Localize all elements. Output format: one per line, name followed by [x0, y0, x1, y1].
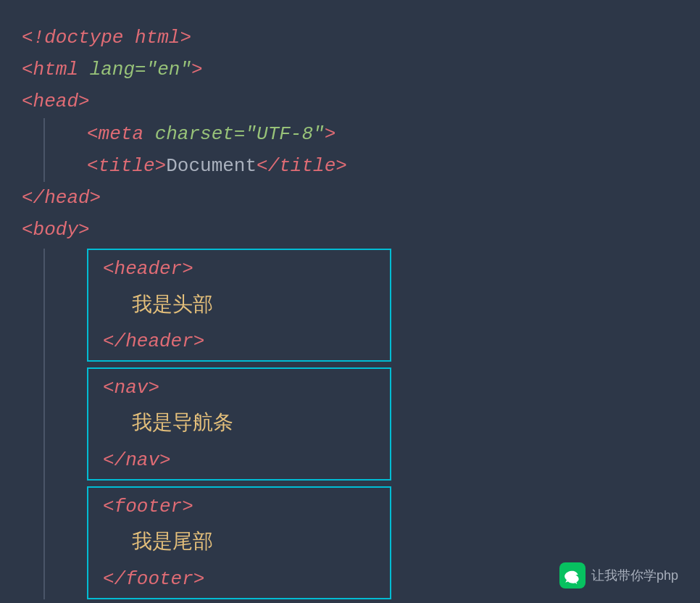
body-open-line: <body> — [22, 214, 678, 246]
meta-tag-close: > — [325, 118, 336, 150]
watermark-text: 让我带你学php — [591, 567, 678, 584]
head-open-tag: <head> — [22, 86, 90, 117]
doctype-text: <!doctype html> — [22, 22, 191, 54]
nav-text-line: 我是导航条 — [88, 404, 390, 444]
wechat-icon — [559, 562, 586, 589]
lang-attr: lang= — [90, 54, 146, 86]
body-open-tag: <body> — [22, 214, 90, 246]
nav-close-line: </nav> — [88, 444, 390, 476]
head-content: <meta charset="UTF-8"> <title>Document</… — [22, 118, 678, 182]
lang-value: "en" — [146, 54, 191, 86]
header-box: <header> 我是头部 </header> — [87, 249, 391, 362]
watermark: 让我带你学php — [559, 562, 678, 589]
meta-tag-open: <meta — [87, 118, 155, 150]
title-close-tag: </title> — [257, 150, 347, 182]
header-close-tag: </header> — [103, 325, 204, 357]
footer-open-line: <footer> — [88, 491, 390, 523]
nav-open-line: <nav> — [88, 372, 390, 404]
title-open-tag: <title> — [87, 150, 166, 182]
head-close-line: </head> — [22, 182, 678, 214]
footer-open-tag: <footer> — [103, 491, 193, 523]
charset-value: "UTF-8" — [245, 118, 324, 150]
meta-line: <meta charset="UTF-8"> — [43, 118, 678, 150]
footer-box: <footer> 我是尾部 </footer> — [87, 486, 391, 599]
html-open-close-bracket: > — [191, 54, 203, 86]
footer-content-text: 我是尾部 — [132, 525, 213, 560]
nav-open-tag: <nav> — [103, 372, 159, 404]
footer-text-line: 我是尾部 — [88, 523, 390, 563]
doctype-line: <!doctype html> — [22, 22, 678, 54]
header-content-text: 我是头部 — [132, 288, 213, 323]
title-text: Document — [166, 150, 257, 182]
nav-box: <nav> 我是导航条 </nav> — [87, 367, 391, 481]
html-open-line: <html lang="en"> — [22, 54, 678, 86]
title-line: <title>Document</title> — [43, 150, 678, 182]
header-open-tag: <header> — [103, 253, 193, 285]
footer-close-tag: </footer> — [103, 563, 204, 595]
html-open-tag: <html — [22, 54, 90, 86]
header-close-line: </header> — [88, 325, 390, 357]
head-close-tag: </head> — [22, 182, 101, 214]
header-text-line: 我是头部 — [88, 286, 390, 326]
head-open-line: <head> — [22, 86, 678, 117]
charset-attr: charset= — [155, 118, 246, 150]
body-content: <header> 我是头部 </header> <nav> 我是导航条 </na… — [22, 249, 678, 599]
nav-close-tag: </nav> — [103, 444, 171, 476]
nav-content-text: 我是导航条 — [132, 407, 233, 441]
header-open-line: <header> — [88, 253, 390, 285]
code-editor: <!doctype html> <html lang="en"> <head> … — [0, 0, 700, 603]
footer-close-line: </footer> — [88, 563, 390, 595]
